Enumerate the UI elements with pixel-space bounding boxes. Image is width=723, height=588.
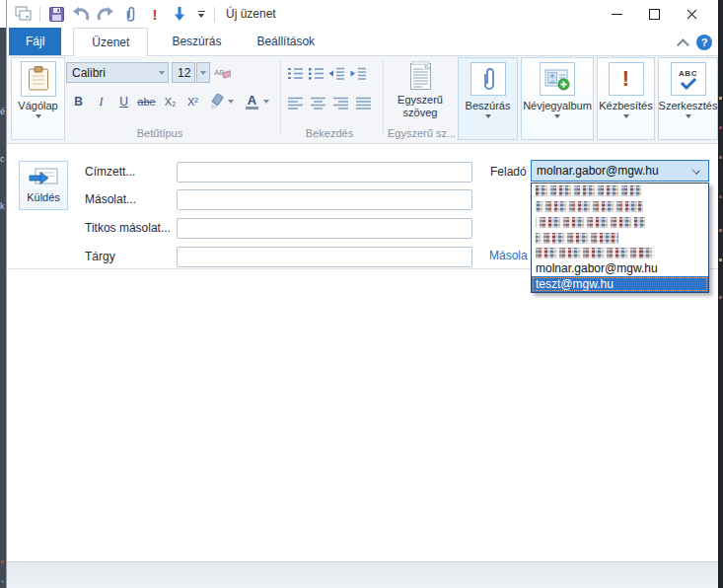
from-option-account[interactable]: molnar.gabor@mgw.hu — [532, 261, 708, 277]
cc-input[interactable] — [177, 189, 472, 210]
increase-indent-button[interactable] — [348, 63, 369, 83]
undo-icon[interactable] — [72, 4, 90, 24]
send-envelope-icon — [29, 168, 58, 189]
from-option-redacted[interactable] — [532, 230, 708, 246]
tab-message[interactable]: Üzenet — [73, 28, 148, 56]
from-combobox[interactable]: molnar.gabor@mgw.hu — [531, 160, 709, 182]
new-message-window: ! Új üzenet Fájl Üzenet Beszúrás Beáll — [6, 0, 719, 588]
clipboard-label: Vágólap — [18, 100, 57, 111]
maximize-button[interactable] — [635, 0, 673, 28]
tab-file[interactable]: Fájl — [9, 28, 61, 55]
paragraph-group-label: Bekezdés — [285, 127, 374, 139]
priority-icon: ! — [609, 62, 644, 96]
contacts-label: Névjegyalbum — [523, 100, 592, 111]
from-option-redacted[interactable] — [532, 199, 708, 215]
delivery-label: Kézbesítés — [599, 100, 652, 111]
font-size-dropdown-button[interactable] — [196, 62, 210, 83]
highlight-button[interactable] — [207, 92, 228, 111]
ribbon: Vágólap Calibri 12 AB B I U abe X₂ X² — [7, 56, 718, 144]
editing-button[interactable]: ABC Szerkesztés — [658, 57, 718, 140]
bold-button[interactable]: B — [68, 92, 89, 111]
message-body[interactable] — [7, 270, 718, 562]
numbered-list-button[interactable] — [285, 63, 306, 83]
tab-options[interactable]: Beállítások — [239, 28, 332, 55]
title-bar: ! Új üzenet — [7, 0, 718, 28]
toolbar-separator — [39, 7, 40, 22]
tab-insert[interactable]: Beszúrás — [154, 28, 239, 55]
redo-icon[interactable] — [97, 4, 114, 24]
subject-label: Tárgy — [85, 247, 115, 267]
insert-button[interactable]: Beszúrás — [458, 57, 518, 140]
from-label: Feladó — [490, 161, 527, 183]
font-color-letter: A — [248, 95, 256, 106]
font-size-combo[interactable]: 12 — [172, 62, 195, 83]
status-bar — [7, 561, 718, 588]
minimize-icon — [612, 14, 622, 15]
underline-button[interactable]: U — [113, 92, 134, 111]
align-right-button[interactable] — [330, 93, 351, 112]
strikethrough-button[interactable]: abe — [136, 92, 157, 111]
highlighter-icon — [209, 94, 227, 110]
subject-input[interactable] — [177, 247, 472, 267]
from-dropdown-chevron-icon — [692, 167, 700, 175]
send-button[interactable]: Küldés — [19, 161, 68, 210]
attach-icon[interactable] — [121, 4, 139, 24]
contact-card-icon — [540, 62, 575, 96]
highlight-dropdown-icon[interactable] — [226, 100, 235, 104]
align-left-button[interactable] — [285, 93, 306, 112]
customize-toolbar-icon[interactable] — [195, 4, 207, 24]
superscript-button[interactable]: X² — [182, 92, 203, 111]
font-color-button[interactable]: A — [242, 92, 262, 111]
font-family-combo[interactable]: Calibri — [66, 62, 169, 83]
show-cc-bcc-link[interactable]: Másola — [489, 249, 528, 262]
ribbon-tabs: Fájl Üzenet Beszúrás Beállítások ? — [7, 28, 718, 56]
from-value: molnar.gabor@mgw.hu — [532, 164, 692, 178]
align-center-button[interactable] — [308, 93, 328, 112]
bulleted-list-button[interactable] — [306, 63, 326, 83]
clipboard-icon — [21, 61, 56, 97]
spellcheck-icon: ABC — [671, 62, 706, 96]
delivery-dropdown-icon — [623, 114, 629, 118]
from-option-redacted[interactable] — [532, 184, 708, 199]
help-icon[interactable]: ? — [696, 35, 712, 50]
font-group-label: Betűtípus — [106, 127, 214, 139]
justify-button[interactable] — [353, 93, 374, 112]
plain-text-group-label: Egyszerű sz... — [388, 127, 453, 139]
to-input[interactable] — [177, 162, 472, 183]
close-button[interactable] — [673, 0, 710, 28]
save-icon[interactable] — [47, 4, 65, 24]
editing-dropdown-icon — [686, 114, 691, 118]
bcc-label: Titkos másolat... — [85, 218, 171, 239]
maximize-icon — [649, 9, 660, 20]
from-option-selected[interactable]: teszt@mgw.hu — [532, 276, 708, 292]
low-priority-icon[interactable] — [171, 4, 188, 24]
high-priority-icon[interactable]: ! — [146, 4, 164, 24]
clipboard-button[interactable]: Vágólap — [11, 57, 65, 140]
font-size-dropdown-icon — [200, 71, 206, 75]
window-menu-icon[interactable] — [15, 4, 33, 24]
from-option-redacted[interactable] — [532, 246, 708, 261]
group-separator — [280, 60, 281, 135]
font-family-value: Calibri — [67, 66, 155, 80]
collapse-ribbon-icon[interactable] — [679, 37, 687, 46]
clear-formatting-button[interactable]: AB — [212, 63, 233, 83]
cc-label: Másolat... — [85, 189, 136, 210]
subscript-button[interactable]: X₂ — [160, 92, 181, 111]
minimize-button[interactable] — [598, 0, 635, 28]
editing-label: Szerkesztés — [659, 100, 718, 111]
bcc-input[interactable] — [177, 218, 472, 239]
font-color-dropdown-icon[interactable] — [261, 100, 270, 104]
window-controls — [598, 0, 710, 28]
group-separator — [383, 60, 384, 135]
contacts-dropdown-icon — [554, 114, 560, 118]
plain-text-label: Egyszerű szöveg — [389, 94, 452, 119]
plain-text-icon — [408, 61, 433, 91]
from-option-redacted[interactable] — [532, 214, 708, 230]
send-label: Küldés — [27, 191, 60, 203]
delivery-button[interactable]: ! Kézbesítés — [597, 57, 655, 140]
contacts-button[interactable]: Névjegyalbum — [521, 57, 594, 140]
toolbar-separator — [214, 7, 215, 22]
italic-button[interactable]: I — [91, 92, 111, 111]
window-title: Új üzenet — [226, 7, 276, 21]
decrease-indent-button[interactable] — [326, 63, 347, 83]
